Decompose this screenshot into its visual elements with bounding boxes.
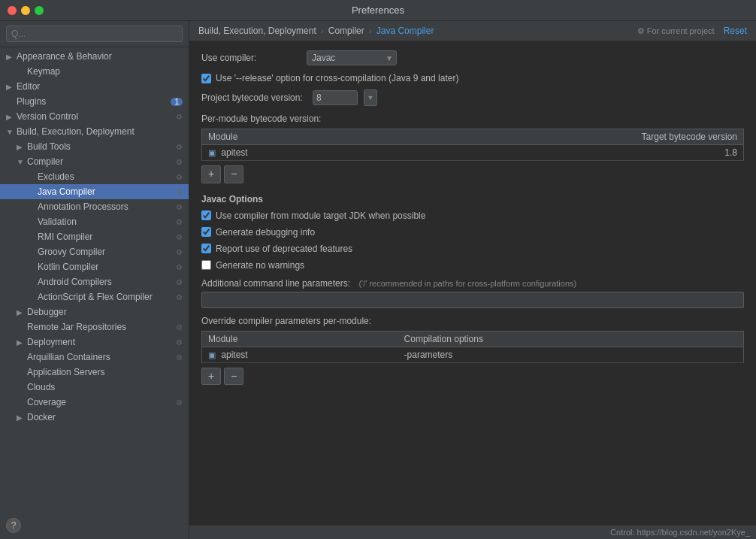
remove-module-button[interactable]: − bbox=[224, 165, 243, 183]
tree-arrow-deployment: ▶ bbox=[17, 338, 27, 347]
sidebar-item-clouds[interactable]: Clouds bbox=[0, 380, 189, 395]
breadcrumb-sep1: › bbox=[321, 26, 324, 36]
sidebar-item-validation[interactable]: Validation⚙ bbox=[0, 214, 189, 229]
sidebar-item-remote-jar[interactable]: Remote Jar Repositories⚙ bbox=[0, 319, 189, 335]
sidebar-item-plugins[interactable]: Plugins1 bbox=[0, 94, 189, 109]
search-input[interactable] bbox=[6, 26, 183, 42]
sidebar-item-kotlin-compiler[interactable]: Kotlin Compiler⚙ bbox=[0, 259, 189, 274]
sidebar-label-compiler: Compiler bbox=[27, 156, 173, 167]
breadcrumb-build[interactable]: Build, Execution, Deployment bbox=[198, 26, 316, 36]
bytecode-row: Project bytecode version: ▼ bbox=[201, 89, 744, 106]
per-module-table: Module Target bytecode version ▣ apitest… bbox=[201, 129, 744, 161]
close-button[interactable] bbox=[8, 6, 17, 15]
settings-icon-actionscript-flex-compiler: ⚙ bbox=[176, 293, 183, 301]
sidebar-label-editor: Editor bbox=[17, 81, 183, 92]
minimize-button[interactable] bbox=[21, 6, 30, 15]
settings-icon-compiler: ⚙ bbox=[176, 158, 183, 166]
sidebar-item-version-control[interactable]: ▶Version Control⚙ bbox=[0, 109, 189, 124]
settings-icon-android-compilers: ⚙ bbox=[176, 278, 183, 286]
bytecode-label: Project bytecode version: bbox=[201, 92, 307, 103]
javac-options-header: Javac Options bbox=[201, 194, 744, 204]
sidebar-label-debugger: Debugger bbox=[27, 307, 183, 317]
use-compiler-label: Use compiler: bbox=[201, 53, 307, 63]
bytecode-input[interactable] bbox=[313, 90, 358, 105]
tree-arrow-debugger: ▶ bbox=[17, 308, 27, 316]
add-override-button[interactable]: + bbox=[201, 368, 221, 386]
sidebar-label-appearance-behavior: Appearance & Behavior bbox=[17, 51, 183, 62]
javac-cb-1[interactable] bbox=[201, 227, 211, 237]
breadcrumb: Build, Execution, Deployment › Compiler … bbox=[198, 26, 434, 36]
tree-arrow-appearance-behavior: ▶ bbox=[6, 53, 17, 61]
tree-arrow-version-control: ▶ bbox=[6, 113, 17, 121]
bytecode-spinner[interactable]: ▼ bbox=[364, 89, 377, 106]
badge-plugins: 1 bbox=[171, 98, 183, 106]
remove-override-button[interactable]: − bbox=[224, 368, 243, 386]
cmdline-label: Additional command line parameters: bbox=[201, 278, 350, 289]
search-box[interactable] bbox=[0, 21, 189, 47]
table-row[interactable]: ▣ apitest -parameters bbox=[202, 347, 744, 362]
sidebar-item-coverage[interactable]: Coverage⚙ bbox=[0, 395, 189, 410]
sidebar-label-build-tools: Build Tools bbox=[27, 141, 173, 152]
javac-cb-0[interactable] bbox=[201, 210, 211, 220]
release-checkbox[interactable] bbox=[201, 74, 211, 83]
sidebar-label-annotation-processors: Annotation Processors bbox=[38, 201, 173, 212]
sidebar-item-arquillian[interactable]: Arquillian Containers⚙ bbox=[0, 350, 189, 365]
module-cell: ▣ apitest bbox=[202, 145, 609, 161]
maximize-button[interactable] bbox=[35, 6, 44, 15]
sidebar-item-annotation-processors[interactable]: Annotation Processors⚙ bbox=[0, 199, 189, 214]
sidebar-item-android-compilers[interactable]: Android Compilers⚙ bbox=[0, 274, 189, 289]
sidebar-item-application-servers[interactable]: Application Servers bbox=[0, 365, 189, 380]
settings-area: Use compiler: JavacEclipseAjc ▼ Use '--r… bbox=[189, 41, 756, 525]
compiler-dropdown[interactable]: JavacEclipseAjc bbox=[307, 50, 397, 65]
javac-checkboxes: Use compiler from module target JDK when… bbox=[201, 210, 744, 271]
breadcrumb-compiler[interactable]: Compiler bbox=[328, 26, 364, 36]
sidebar-item-appearance-behavior[interactable]: ▶Appearance & Behavior bbox=[0, 49, 189, 64]
module-icon: ▣ bbox=[208, 148, 216, 157]
for-current-project: ⚙ For current project bbox=[637, 26, 715, 36]
content-pane: Build, Execution, Deployment › Compiler … bbox=[189, 21, 756, 539]
tree-arrow-docker: ▶ bbox=[17, 413, 27, 422]
javac-cb-2[interactable] bbox=[201, 244, 211, 253]
sidebar-item-compiler[interactable]: ▼Compiler⚙ bbox=[0, 154, 189, 169]
sidebar-item-actionscript-flex-compiler[interactable]: ActionScript & Flex Compiler⚙ bbox=[0, 289, 189, 304]
javac-cb-label-1: Generate debugging info bbox=[216, 227, 315, 238]
sidebar-label-arquillian: Arquillian Containers bbox=[27, 352, 173, 362]
breadcrumb-sep2: › bbox=[369, 26, 372, 36]
sidebar-label-version-control: Version Control bbox=[17, 111, 173, 122]
sidebar-item-groovy-compiler[interactable]: Groovy Compiler⚙ bbox=[0, 244, 189, 259]
window-controls bbox=[8, 6, 44, 15]
sidebar-item-java-compiler[interactable]: Java Compiler⚙ bbox=[0, 184, 189, 199]
sidebar-item-rmi-compiler[interactable]: RMI Compiler⚙ bbox=[0, 229, 189, 244]
override-options-header: Compilation options bbox=[398, 331, 744, 347]
sidebar-item-editor[interactable]: ▶Editor bbox=[0, 79, 189, 94]
override-module-cell: ▣ apitest bbox=[202, 347, 398, 362]
sidebar-item-excludes[interactable]: Excludes⚙ bbox=[0, 169, 189, 184]
reset-button[interactable]: Reset bbox=[724, 26, 747, 36]
breadcrumb-right: ⚙ For current project Reset bbox=[637, 26, 747, 36]
sidebar-item-build-exec-deploy[interactable]: ▼Build, Execution, Deployment bbox=[0, 124, 189, 139]
target-cell: 1.8 bbox=[609, 145, 744, 161]
cmdline-hint: ('/' recommended in paths for cross-plat… bbox=[358, 279, 576, 288]
table-row[interactable]: ▣ apitest 1.8 bbox=[202, 145, 744, 161]
cmdline-input[interactable] bbox=[201, 292, 744, 308]
add-module-button[interactable]: + bbox=[201, 165, 221, 183]
sidebar-item-build-tools[interactable]: ▶Build Tools⚙ bbox=[0, 139, 189, 154]
main-layout: ▶Appearance & BehaviorKeymap▶EditorPlugi… bbox=[0, 21, 756, 539]
sidebar-item-debugger[interactable]: ▶Debugger bbox=[0, 304, 189, 319]
breadcrumb-java-compiler: Java Compiler bbox=[376, 26, 434, 36]
sidebar-label-application-servers: Application Servers bbox=[27, 367, 183, 377]
sidebar-item-keymap[interactable]: Keymap bbox=[0, 64, 189, 79]
sidebar-label-clouds: Clouds bbox=[27, 382, 183, 392]
settings-icon-excludes: ⚙ bbox=[176, 173, 183, 181]
sidebar-label-java-compiler: Java Compiler bbox=[38, 186, 173, 197]
sidebar-label-groovy-compiler: Groovy Compiler bbox=[38, 247, 173, 257]
module-name: apitest bbox=[221, 147, 247, 158]
sidebar-item-docker[interactable]: ▶Docker bbox=[0, 410, 189, 425]
help-button[interactable]: ? bbox=[6, 518, 21, 533]
sidebar-label-validation: Validation bbox=[38, 217, 173, 227]
window-title: Preferences bbox=[352, 5, 404, 16]
sidebar-item-deployment[interactable]: ▶Deployment⚙ bbox=[0, 335, 189, 350]
sidebar-label-android-compilers: Android Compilers bbox=[38, 277, 173, 287]
javac-checkbox-row-2: Report use of deprecated features bbox=[201, 244, 744, 254]
javac-cb-3[interactable] bbox=[201, 260, 211, 270]
